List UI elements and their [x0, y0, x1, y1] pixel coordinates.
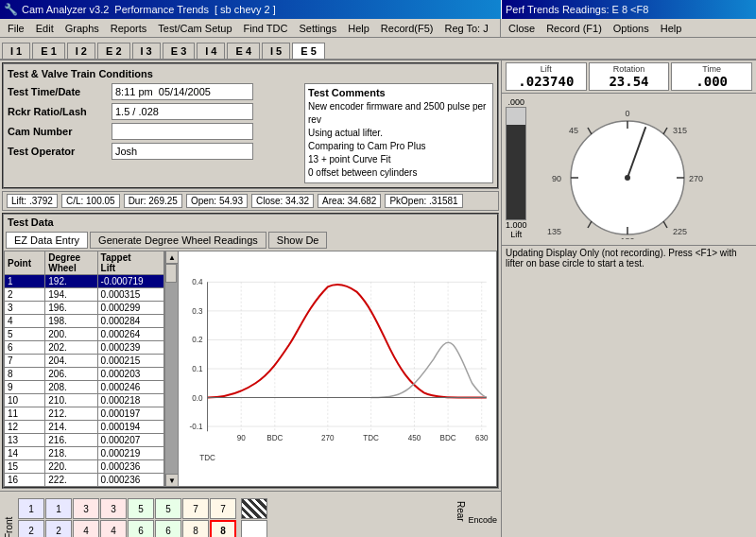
test-comments-box: Test Comments New encoder firmware and 2…	[304, 83, 493, 183]
cam-number-input[interactable]	[112, 123, 253, 140]
tab-e2[interactable]: E 2	[97, 43, 130, 59]
cyl-6b[interactable]: 6	[155, 520, 181, 537]
menu-options[interactable]: Options	[608, 21, 655, 36]
cyl-1b[interactable]: 1	[45, 498, 72, 519]
cyl-3a[interactable]: 3	[73, 498, 99, 519]
scroll-up-btn[interactable]: ▲	[165, 251, 179, 264]
cyl-4b[interactable]: 4	[100, 520, 127, 537]
scroll-thumb[interactable]	[165, 264, 177, 283]
cyl-8b-selected[interactable]: 8	[210, 520, 236, 537]
rotation-reading-value: 23.54	[591, 74, 668, 89]
table-row[interactable]: 1192.-0.000719	[5, 275, 164, 288]
col-tappet: TappetLift	[97, 251, 163, 275]
tab-i3[interactable]: I 3	[132, 43, 161, 59]
encoder-btn[interactable]	[241, 498, 267, 519]
generate-readings-btn[interactable]: Generate Degree Wheel Readings	[90, 232, 266, 249]
encoder-empty[interactable]	[241, 520, 267, 537]
tab-e1[interactable]: E 1	[32, 43, 65, 59]
menu-record-f1[interactable]: Record (F1)	[541, 21, 608, 36]
cam-number-row: Cam Number	[8, 123, 297, 140]
cell-lift: 0.000215	[97, 355, 163, 368]
cell-lift: 0.000236	[97, 474, 163, 487]
menu-graphs[interactable]: Graphs	[60, 21, 105, 36]
cyl-8a[interactable]: 8	[182, 520, 209, 537]
lift-bar-fill	[507, 125, 525, 219]
tab-e5[interactable]: E 5	[292, 43, 325, 59]
cyl-4a[interactable]: 4	[73, 520, 99, 537]
test-conditions-section: Test & Valve Train Conditions Test Time/…	[2, 62, 499, 189]
menu-reg[interactable]: Reg To: J	[438, 21, 493, 36]
metric-area: Area: 34.682	[318, 194, 381, 208]
cyl-7a[interactable]: 7	[182, 498, 209, 519]
table-row[interactable]: 3196.0.000299	[5, 302, 164, 315]
right-title-bar: Perf Trends Readings: E 8 <F8	[501, 0, 756, 19]
scroll-down-btn[interactable]: ▼	[165, 474, 179, 487]
tab-e3[interactable]: E 3	[163, 43, 196, 59]
rear-label: Rear	[455, 501, 466, 538]
cyl-7b[interactable]: 7	[210, 498, 236, 519]
table-row[interactable]: 15220.0.000236	[5, 460, 164, 474]
cyl-2a[interactable]: 2	[18, 520, 44, 537]
cyl-1a[interactable]: 1	[18, 498, 44, 519]
menu-reports[interactable]: Reports	[105, 21, 153, 36]
table-row[interactable]: 12214.0.000194	[5, 421, 164, 434]
menu-edit[interactable]: Edit	[30, 21, 60, 36]
tab-e4[interactable]: E 4	[227, 43, 260, 59]
menu-help-right[interactable]: Help	[655, 21, 688, 36]
test-time-input[interactable]	[112, 83, 253, 100]
table-row[interactable]: 7204.0.000215	[5, 355, 164, 368]
menu-close[interactable]: Close	[503, 21, 541, 36]
table-row[interactable]: 6202.0.000239	[5, 341, 164, 355]
menu-help[interactable]: Help	[342, 21, 375, 36]
table-row[interactable]: 13216.0.000207	[5, 434, 164, 447]
table-row[interactable]: 4198.0.000284	[5, 315, 164, 328]
app-subtitle: Performance Trends	[114, 4, 209, 15]
cell-degree: 220.	[45, 460, 97, 474]
cyl-5b[interactable]: 5	[155, 498, 181, 519]
menu-file[interactable]: File	[2, 21, 30, 36]
tab-i4[interactable]: I 4	[197, 43, 225, 59]
cyl-6a[interactable]: 6	[128, 520, 154, 537]
tab-i2[interactable]: I 2	[67, 43, 95, 59]
table-row[interactable]: 5200.0.000264	[5, 328, 164, 341]
menu-test-cam[interactable]: Test/Cam Setup	[152, 21, 237, 36]
svg-text:BDC: BDC	[440, 434, 456, 442]
rotation-reading-label: Rotation	[591, 64, 668, 74]
table-row[interactable]: 2194.0.000315	[5, 288, 164, 302]
table-scrollbar[interactable]: ▲ ▼	[164, 251, 178, 487]
ez-data-entry-btn[interactable]: EZ Data Entry	[6, 232, 88, 249]
time-reading-value: .000	[673, 74, 750, 89]
svg-text:0.2: 0.2	[192, 337, 203, 345]
lift-bar-section: .000 1.000 Lift	[506, 97, 527, 241]
tab-i1[interactable]: I 1	[2, 43, 30, 59]
show-de-btn[interactable]: Show De	[268, 232, 328, 249]
svg-text:135: 135	[547, 227, 561, 236]
menu-find-tdc[interactable]: Find TDC	[238, 21, 294, 36]
cell-point: 12	[5, 421, 45, 434]
svg-line-31	[663, 128, 667, 134]
menu-settings[interactable]: Settings	[293, 21, 342, 36]
status-message: Updating Display Only (not recording). P…	[506, 248, 737, 268]
lift-bar-container	[506, 107, 526, 220]
rckr-input[interactable]	[112, 103, 253, 120]
tab-i5[interactable]: I 5	[262, 43, 290, 59]
table-row[interactable]: 9208.0.000246	[5, 381, 164, 394]
table-row[interactable]: 10210.0.000218	[5, 394, 164, 407]
cyl-5a[interactable]: 5	[128, 498, 154, 519]
menu-record[interactable]: Record(F5)	[375, 21, 439, 36]
table-row[interactable]: 14218.0.000219	[5, 447, 164, 460]
cam-number-label: Cam Number	[8, 126, 112, 137]
table-row[interactable]: 16222.0.000236	[5, 474, 164, 487]
table-row[interactable]: 8206.0.000203	[5, 368, 164, 381]
cell-point: 16	[5, 474, 45, 487]
svg-text:-0.1: -0.1	[189, 423, 202, 431]
cyl-2b[interactable]: 2	[45, 520, 72, 537]
cyl-3b[interactable]: 3	[100, 498, 127, 519]
cell-lift: 0.000194	[97, 421, 163, 434]
cell-lift: 0.000197	[97, 407, 163, 421]
table-row[interactable]: 11212.0.000197	[5, 407, 164, 421]
svg-text:BDC: BDC	[266, 434, 283, 442]
table-wrapper: Point DegreeWheel TappetLift 1192.-0.000…	[4, 251, 178, 487]
metric-close: Close: 34.32	[251, 194, 314, 208]
test-operator-input[interactable]	[112, 143, 253, 160]
